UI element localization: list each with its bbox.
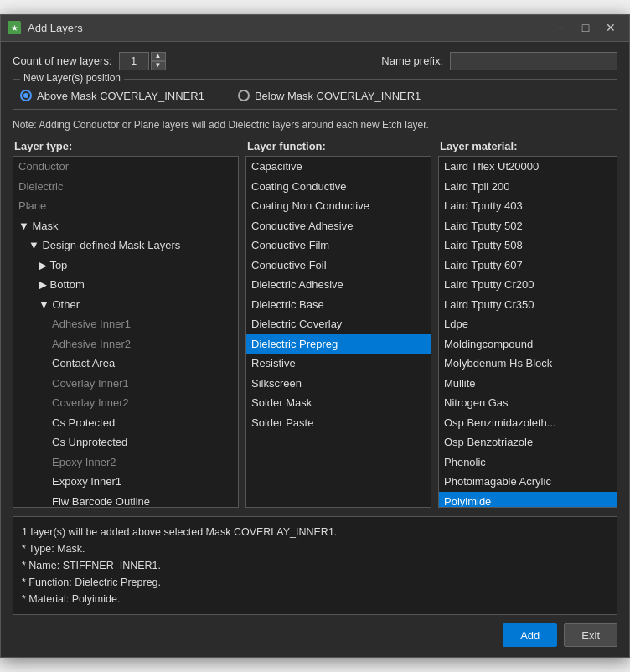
layer-type-item[interactable]: Expoxy Inner1 (13, 472, 238, 492)
radio-above[interactable]: Above Mask COVERLAY_INNER1 (20, 90, 204, 102)
maximize-button[interactable]: □ (574, 18, 597, 37)
info-line2: * Type: Mask. (22, 540, 608, 557)
spin-up-button[interactable]: ▲ (151, 52, 166, 61)
layer-material-item[interactable]: Ldpe (439, 314, 617, 334)
layer-type-item[interactable]: Cs Protected (13, 413, 238, 433)
minimize-button[interactable]: − (549, 18, 572, 37)
layer-type-item: Coverlay Inner1 (13, 374, 238, 394)
layer-material-item[interactable]: Moldingcompound (439, 334, 617, 354)
layer-type-item: Adhesive Inner2 (13, 334, 238, 354)
layer-function-item[interactable]: Silkscreen (246, 374, 431, 394)
layer-material-item[interactable]: Osp Benzotriazole (439, 432, 617, 452)
position-group: New Layer(s) position Above Mask COVERLA… (13, 79, 617, 110)
radio-below[interactable]: Below Mask COVERLAY_INNER1 (238, 90, 421, 102)
bottom-buttons: Add Exit (13, 623, 617, 647)
layer-type-item[interactable]: ▼ Design-defined Mask Layers (13, 235, 238, 256)
layer-type-item[interactable]: ▼ Mask (13, 216, 238, 236)
layer-material-item[interactable]: Laird Tputty Cr350 (439, 295, 617, 315)
layer-type-item[interactable]: Flw Barcode Outline (13, 492, 238, 509)
layer-type-item: Plane (13, 196, 238, 216)
titlebar: ★ Add Layers − □ ✕ (1, 15, 629, 42)
spin-buttons: ▲ ▼ (151, 52, 166, 70)
layer-function-item[interactable]: Conductive Foil (246, 256, 431, 276)
layer-function-item[interactable]: Solder Mask (246, 393, 431, 413)
layer-type-item: Conductor (13, 157, 238, 177)
layer-function-item[interactable]: Solder Paste (246, 413, 431, 433)
layer-type-list[interactable]: ConductorDielectricPlane▼ Mask▼ Design-d… (13, 156, 239, 508)
layer-material-item[interactable]: Laird Tflex Ut20000 (439, 157, 617, 177)
layer-function-list[interactable]: CapacitiveCoating ConductiveCoating Non … (245, 156, 431, 508)
info-line1: 1 layer(s) will be added above selected … (22, 524, 608, 540)
layer-function-item[interactable]: Conductive Adhesive (246, 216, 431, 236)
window-title: Add Layers (28, 22, 542, 34)
layer-type-item[interactable]: ▶ Bottom (13, 275, 238, 295)
count-input[interactable]: 1 (119, 52, 149, 70)
layer-material-item[interactable]: Laird Tputty 607 (439, 256, 617, 276)
layer-material-item[interactable]: Laird Tputty 508 (439, 235, 617, 256)
layer-function-column: Layer function: CapacitiveCoating Conduc… (245, 140, 431, 508)
name-prefix-label: Name prefix: (381, 54, 443, 67)
layer-function-item[interactable]: Coating Conductive (246, 177, 431, 197)
layer-material-item[interactable]: Laird Tpli 200 (439, 177, 617, 197)
count-control: 1 ▲ ▼ (119, 52, 166, 70)
info-line5: * Material: Polyimide. (22, 591, 608, 607)
layer-type-item: Adhesive Inner1 (13, 314, 238, 334)
exit-button[interactable]: Exit (564, 623, 617, 647)
columns: Layer type: ConductorDielectricPlane▼ Ma… (13, 140, 617, 508)
layer-material-item[interactable]: Osp Benzimidazoleth... (439, 413, 617, 433)
app-icon: ★ (8, 21, 21, 34)
spin-down-button[interactable]: ▼ (151, 61, 166, 70)
info-box: 1 layer(s) will be added above selected … (13, 516, 617, 615)
info-line3: * Name: STIFFNER_INNER1. (22, 557, 608, 574)
layer-material-item[interactable]: Laird Tputty Cr200 (439, 275, 617, 295)
layer-type-item[interactable]: Cs Unprotected (13, 432, 238, 452)
layer-function-item[interactable]: Conductive Film (246, 235, 431, 256)
layer-type-item: Coverlay Inner2 (13, 393, 238, 413)
radio-below-label: Below Mask COVERLAY_INNER1 (255, 90, 421, 102)
layer-type-item[interactable]: ▶ Top (13, 256, 238, 276)
position-legend: New Layer(s) position (20, 72, 124, 84)
radio-row: Above Mask COVERLAY_INNER1 Below Mask CO… (20, 90, 607, 102)
info-line4: * Function: Dielectric Prepreg. (22, 574, 608, 591)
layer-material-header: Layer material: (438, 140, 617, 152)
layer-type-column: Layer type: ConductorDielectricPlane▼ Ma… (13, 140, 239, 508)
layer-material-item[interactable]: Mullite (439, 374, 617, 394)
layer-type-item[interactable]: Contact Area (13, 354, 238, 374)
titlebar-buttons: − □ ✕ (549, 18, 622, 37)
layer-material-item[interactable]: Polyimide (439, 492, 617, 509)
radio-below-circle (238, 90, 250, 101)
close-button[interactable]: ✕ (599, 18, 622, 37)
layer-material-list[interactable]: Laird Tflex Ut20000Laird Tpli 200Laird T… (438, 156, 617, 508)
layer-material-item[interactable]: Photoimagable Acrylic (439, 472, 617, 492)
layer-material-item[interactable]: Laird Tputty 502 (439, 216, 617, 236)
radio-above-label: Above Mask COVERLAY_INNER1 (37, 90, 204, 102)
layer-material-item[interactable]: Phenolic (439, 452, 617, 473)
layer-type-item: Dielectric (13, 177, 238, 197)
layer-function-item[interactable]: Coating Non Conductive (246, 196, 431, 216)
add-layers-window: ★ Add Layers − □ ✕ Count of new layers: … (0, 14, 630, 659)
layer-material-item[interactable]: Laird Tputty 403 (439, 196, 617, 216)
note-text: Note: Adding Conductor or Plane layers w… (13, 118, 617, 132)
layer-type-header: Layer type: (13, 140, 239, 152)
add-button[interactable]: Add (503, 623, 557, 647)
layer-function-item[interactable]: Dielectric Coverlay (246, 314, 431, 334)
radio-above-circle (20, 90, 32, 101)
layer-type-item[interactable]: ▼ Other (13, 295, 238, 315)
layer-function-item[interactable]: Capacitive (246, 157, 431, 177)
top-controls-row: Count of new layers: 1 ▲ ▼ Name prefix: (13, 52, 617, 70)
layer-function-item[interactable]: Dielectric Prepreg (246, 334, 431, 354)
layer-material-column: Layer material: Laird Tflex Ut20000Laird… (438, 140, 617, 508)
layer-function-item[interactable]: Dielectric Adhesive (246, 275, 431, 295)
count-label: Count of new layers: (13, 54, 112, 67)
layer-function-item[interactable]: Dielectric Base (246, 295, 431, 315)
layer-type-item: Epoxy Inner2 (13, 452, 238, 473)
layer-function-header: Layer function: (245, 140, 431, 152)
layer-material-item[interactable]: Nitrogen Gas (439, 393, 617, 413)
dialog-content: Count of new layers: 1 ▲ ▼ Name prefix: … (1, 42, 629, 658)
layer-material-item[interactable]: Molybdenum Hs Block (439, 354, 617, 374)
layer-function-item[interactable]: Resistive (246, 354, 431, 374)
name-prefix-input[interactable] (450, 52, 617, 70)
